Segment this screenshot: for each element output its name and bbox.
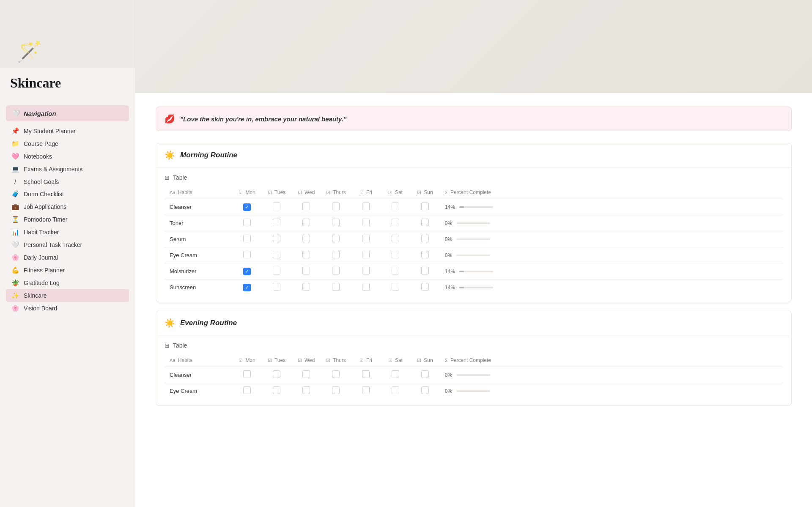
day-cell-tues[interactable]: [262, 383, 291, 399]
checkbox-fri[interactable]: [362, 370, 370, 378]
sidebar-item-job-applications[interactable]: 💼Job Applications: [6, 200, 129, 213]
day-cell-thurs[interactable]: [321, 215, 351, 231]
checkbox-tues[interactable]: [273, 251, 280, 258]
day-cell-sun[interactable]: [410, 215, 440, 231]
day-cell-sun[interactable]: [410, 263, 440, 280]
day-cell-mon[interactable]: ✓: [232, 199, 262, 215]
day-cell-wed[interactable]: [291, 263, 321, 280]
sidebar-item-exams-&-assignments[interactable]: 💻Exams & Assignments: [6, 163, 129, 175]
day-cell-mon[interactable]: ✓: [232, 280, 262, 296]
checkbox-mon[interactable]: ✓: [243, 268, 251, 275]
day-cell-mon[interactable]: [232, 367, 262, 383]
day-cell-sat[interactable]: [381, 280, 410, 296]
day-cell-mon[interactable]: ✓: [232, 263, 262, 280]
sidebar-item-my-student-planner[interactable]: 📌My Student Planner: [6, 125, 129, 137]
checkbox-mon[interactable]: ✓: [243, 203, 251, 211]
checkbox-wed[interactable]: [302, 235, 310, 242]
day-cell-sat[interactable]: [381, 367, 410, 383]
checkbox-sun[interactable]: [421, 386, 429, 394]
day-cell-sat[interactable]: [381, 231, 410, 247]
checkbox-sat[interactable]: [392, 370, 399, 378]
checkbox-fri[interactable]: [362, 219, 370, 226]
day-cell-thurs[interactable]: [321, 367, 351, 383]
checkbox-tues[interactable]: [273, 283, 280, 290]
checkbox-sat[interactable]: [392, 203, 399, 210]
checkbox-sat[interactable]: [392, 219, 399, 226]
checkbox-wed[interactable]: [302, 219, 310, 226]
checkbox-thurs[interactable]: [332, 267, 340, 274]
checkbox-thurs[interactable]: [332, 283, 340, 290]
sidebar-item-notebooks[interactable]: 🩷Notebooks: [6, 150, 129, 163]
checkbox-sat[interactable]: [392, 251, 399, 258]
day-cell-tues[interactable]: [262, 280, 291, 296]
checkbox-sun[interactable]: [421, 219, 429, 226]
day-cell-thurs[interactable]: [321, 247, 351, 263]
checkbox-sat[interactable]: [392, 386, 399, 394]
day-cell-fri[interactable]: [351, 215, 381, 231]
day-cell-sun[interactable]: [410, 247, 440, 263]
day-cell-sun[interactable]: [410, 231, 440, 247]
day-cell-thurs[interactable]: [321, 383, 351, 399]
day-cell-wed[interactable]: [291, 199, 321, 215]
day-cell-sun[interactable]: [410, 280, 440, 296]
day-cell-thurs[interactable]: [321, 263, 351, 280]
checkbox-fri[interactable]: [362, 251, 370, 258]
sidebar-item-school-goals[interactable]: /School Goals: [6, 175, 129, 188]
sidebar-item-skincare[interactable]: ✨Skincare: [6, 289, 129, 302]
checkbox-tues[interactable]: [273, 203, 280, 210]
day-cell-sun[interactable]: [410, 367, 440, 383]
day-cell-fri[interactable]: [351, 367, 381, 383]
checkbox-sun[interactable]: [421, 283, 429, 290]
day-cell-tues[interactable]: [262, 215, 291, 231]
checkbox-fri[interactable]: [362, 267, 370, 274]
day-cell-sat[interactable]: [381, 247, 410, 263]
checkbox-mon[interactable]: [243, 386, 251, 394]
checkbox-mon[interactable]: [243, 235, 251, 242]
day-cell-thurs[interactable]: [321, 199, 351, 215]
sidebar-item-daily-journal[interactable]: 🌸Daily Journal: [6, 251, 129, 264]
day-cell-sat[interactable]: [381, 215, 410, 231]
checkbox-sun[interactable]: [421, 251, 429, 258]
day-cell-tues[interactable]: [262, 263, 291, 280]
sidebar-item-course-page[interactable]: 📁Course Page: [6, 137, 129, 150]
checkbox-fri[interactable]: [362, 203, 370, 210]
day-cell-thurs[interactable]: [321, 280, 351, 296]
day-cell-wed[interactable]: [291, 367, 321, 383]
day-cell-fri[interactable]: [351, 247, 381, 263]
day-cell-mon[interactable]: [232, 231, 262, 247]
day-cell-wed[interactable]: [291, 215, 321, 231]
sidebar-item-habit-tracker[interactable]: 📊Habit Tracker: [6, 226, 129, 238]
checkbox-sat[interactable]: [392, 283, 399, 290]
day-cell-fri[interactable]: [351, 280, 381, 296]
checkbox-sun[interactable]: [421, 370, 429, 378]
checkbox-thurs[interactable]: [332, 251, 340, 258]
sidebar-item-personal-task-tracker[interactable]: 🤍Personal Task Tracker: [6, 238, 129, 251]
day-cell-fri[interactable]: [351, 199, 381, 215]
day-cell-sun[interactable]: [410, 383, 440, 399]
checkbox-tues[interactable]: [273, 219, 280, 226]
day-cell-fri[interactable]: [351, 231, 381, 247]
checkbox-thurs[interactable]: [332, 386, 340, 394]
day-cell-tues[interactable]: [262, 199, 291, 215]
checkbox-fri[interactable]: [362, 386, 370, 394]
checkbox-mon[interactable]: [243, 251, 251, 258]
checkbox-mon[interactable]: [243, 370, 251, 378]
checkbox-sun[interactable]: [421, 203, 429, 210]
checkbox-thurs[interactable]: [332, 370, 340, 378]
day-cell-sat[interactable]: [381, 383, 410, 399]
checkbox-sun[interactable]: [421, 235, 429, 242]
day-cell-mon[interactable]: [232, 215, 262, 231]
checkbox-wed[interactable]: [302, 267, 310, 274]
checkbox-fri[interactable]: [362, 283, 370, 290]
checkbox-tues[interactable]: [273, 370, 280, 378]
checkbox-sat[interactable]: [392, 267, 399, 274]
sidebar-item-pomodoro-timer[interactable]: ⏳Pomodoro Timer: [6, 213, 129, 226]
checkbox-sun[interactable]: [421, 267, 429, 274]
day-cell-tues[interactable]: [262, 367, 291, 383]
checkbox-wed[interactable]: [302, 283, 310, 290]
day-cell-sun[interactable]: [410, 199, 440, 215]
checkbox-tues[interactable]: [273, 267, 280, 274]
checkbox-wed[interactable]: [302, 386, 310, 394]
day-cell-mon[interactable]: [232, 247, 262, 263]
day-cell-tues[interactable]: [262, 231, 291, 247]
